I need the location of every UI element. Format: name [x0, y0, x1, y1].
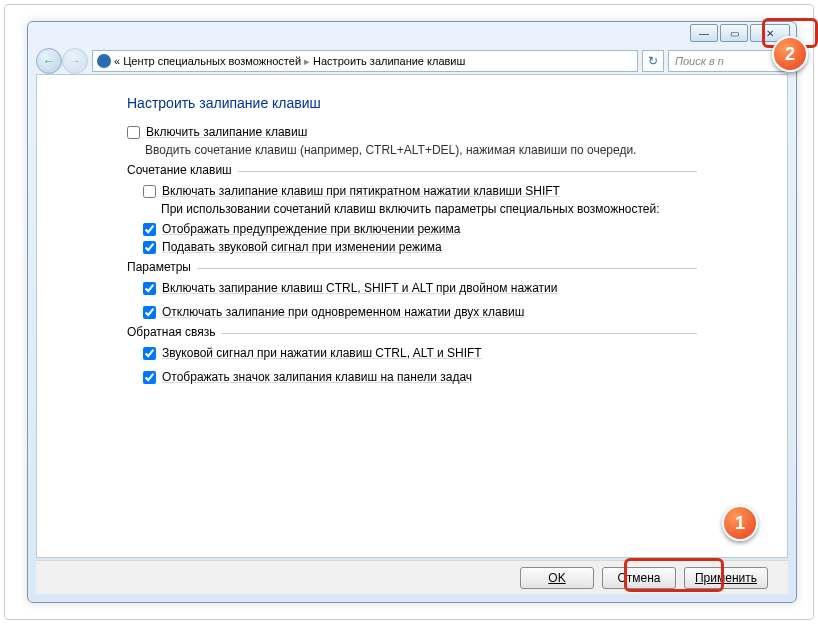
show-warning-checkbox[interactable]: [143, 223, 156, 236]
options-group-title: Параметры: [127, 260, 197, 274]
lock-modifier-checkbox[interactable]: [143, 282, 156, 295]
turn-off-two-keys-label: Отключать залипание при одновременном на…: [162, 305, 524, 319]
enable-description: Вводить сочетание клавиш (например, CTRL…: [145, 143, 787, 157]
enable-sticky-keys-checkbox[interactable]: [127, 126, 140, 139]
play-sound-checkbox[interactable]: [143, 241, 156, 254]
shift-five-times-checkbox[interactable]: [143, 185, 156, 198]
enable-sticky-keys-label: Включить залипание клавиш: [146, 125, 307, 139]
control-panel-icon: [97, 54, 111, 68]
window: — ▭ ✕ ← → « Центр специальных возможност…: [27, 21, 797, 603]
shift-five-times-label: Включать залипание клавиш при пятикратно…: [162, 184, 560, 198]
dialog-footer: OK Отмена Применить: [36, 560, 788, 594]
ok-button[interactable]: OK: [520, 567, 594, 589]
maximize-button[interactable]: ▭: [720, 24, 748, 42]
titlebar: — ▭ ✕: [28, 22, 796, 48]
options-group: Параметры Включать запирание клавиш CTRL…: [127, 268, 697, 319]
beep-modifier-label: Звуковой сигнал при нажатии клавиш CTRL,…: [162, 346, 482, 360]
chevron-right-icon: ▸: [304, 55, 310, 68]
taskbar-icon-label: Отображать значок залипания клавиш на па…: [162, 370, 472, 384]
search-input[interactable]: Поиск в п: [668, 50, 788, 72]
cancel-button[interactable]: Отмена: [602, 567, 676, 589]
lock-modifier-label: Включать запирание клавиш CTRL, SHIFT и …: [162, 281, 557, 295]
callout-one: 1: [722, 505, 758, 541]
breadcrumb-item[interactable]: Центр специальных возможностей: [123, 55, 301, 67]
refresh-button[interactable]: ↻: [642, 50, 664, 72]
shortcut-group: Сочетание клавиш Включать залипание клав…: [127, 171, 697, 254]
content-area: Настроить залипание клавиш Включить зали…: [36, 74, 788, 558]
show-warning-label: Отображать предупреждение при включении …: [162, 222, 460, 236]
play-sound-label: Подавать звуковой сигнал при изменении р…: [162, 240, 442, 254]
page-title: Настроить залипание клавиш: [127, 95, 787, 111]
nav-forward-button[interactable]: →: [62, 48, 88, 74]
nav-back-button[interactable]: ←: [36, 48, 62, 74]
shortcut-note: При использовании сочетаний клавиш включ…: [161, 202, 697, 216]
minimize-button[interactable]: —: [690, 24, 718, 42]
turn-off-two-keys-checkbox[interactable]: [143, 306, 156, 319]
shortcut-group-title: Сочетание клавиш: [127, 163, 238, 177]
callout-two: 2: [772, 36, 808, 72]
beep-modifier-checkbox[interactable]: [143, 347, 156, 360]
address-bar: ← → « Центр специальных возможностей ▸ Н…: [36, 48, 788, 74]
taskbar-icon-checkbox[interactable]: [143, 371, 156, 384]
breadcrumb-item[interactable]: Настроить залипание клавиш: [313, 55, 465, 67]
breadcrumb[interactable]: « Центр специальных возможностей ▸ Настр…: [92, 50, 638, 72]
feedback-group-title: Обратная связь: [127, 325, 221, 339]
chevron-icon: «: [114, 55, 120, 67]
apply-button[interactable]: Применить: [684, 567, 768, 589]
feedback-group: Обратная связь Звуковой сигнал при нажат…: [127, 333, 697, 384]
